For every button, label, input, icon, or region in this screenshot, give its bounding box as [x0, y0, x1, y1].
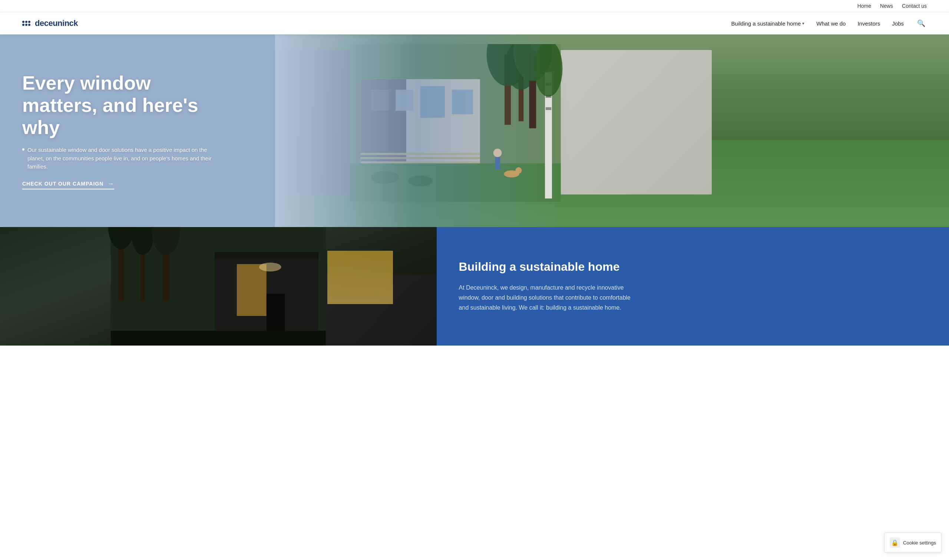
second-section-body: At Deceuninck, we design, manufacture an…: [459, 283, 637, 313]
nav-building-sustainable[interactable]: Building a sustainable home ▾: [731, 20, 805, 27]
second-section-image: [0, 227, 437, 346]
bullet-dot-icon: [22, 149, 25, 151]
logo-dots: [22, 21, 30, 26]
nav-building-label: Building a sustainable home: [731, 20, 801, 27]
second-section-title: Building a sustainable home: [459, 260, 927, 274]
top-nav-news[interactable]: News: [880, 3, 893, 9]
search-icon: 🔍: [917, 20, 925, 27]
hero-section: Every window matters, and here's why Our…: [0, 34, 949, 227]
svg-point-38: [259, 263, 281, 271]
nav-what-we-do[interactable]: What we do: [816, 20, 846, 27]
second-section-scene-svg: [0, 227, 437, 346]
logo-text: deceuninck: [35, 18, 78, 28]
svg-rect-37: [237, 264, 267, 316]
second-section: Building a sustainable home At Deceuninc…: [0, 227, 949, 346]
search-button[interactable]: 🔍: [916, 18, 927, 29]
top-nav-home[interactable]: Home: [858, 3, 871, 9]
chevron-down-icon: ▾: [802, 21, 804, 26]
svg-rect-39: [214, 252, 318, 259]
second-section-text: Building a sustainable home At Deceuninc…: [437, 227, 949, 346]
main-nav: deceuninck Building a sustainable home ▾…: [0, 12, 949, 34]
nav-links: Building a sustainable home ▾ What we do…: [731, 18, 927, 29]
nav-investors[interactable]: Investors: [858, 20, 880, 27]
logo[interactable]: deceuninck: [22, 18, 78, 28]
arrow-right-icon: →: [107, 180, 114, 188]
hero-title: Every window matters, and here's why: [22, 72, 215, 138]
top-nav-contact[interactable]: Contact us: [902, 3, 927, 9]
nav-jobs[interactable]: Jobs: [892, 20, 904, 27]
hero-description: Our sustainable window and door solution…: [28, 146, 215, 171]
logo-icon: [22, 21, 32, 26]
top-bar: Home News Contact us: [0, 0, 949, 12]
hero-cta-button[interactable]: CHECK OUT OUR CAMPAIGN →: [22, 180, 114, 189]
svg-rect-41: [111, 331, 326, 346]
hero-cta-label: CHECK OUT OUR CAMPAIGN: [22, 181, 103, 187]
hero-bullet-text: Our sustainable window and door solution…: [22, 146, 215, 171]
hero-content: Every window matters, and here's why Our…: [22, 72, 215, 190]
